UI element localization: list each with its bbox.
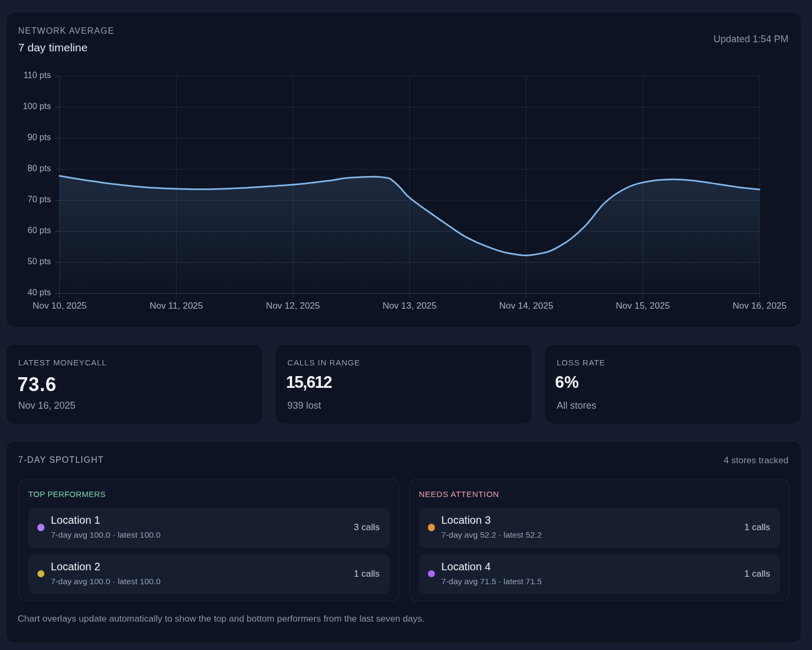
svg-text:80 pts: 80 pts [28, 164, 51, 173]
svg-text:110 pts: 110 pts [24, 71, 51, 80]
svg-text:Nov 14, 2025: Nov 14, 2025 [499, 301, 553, 311]
svg-text:Nov 16, 2025: Nov 16, 2025 [732, 301, 786, 311]
svg-text:60 pts: 60 pts [28, 226, 51, 235]
svg-text:90 pts: 90 pts [28, 133, 51, 142]
svg-text:70 pts: 70 pts [28, 195, 51, 204]
svg-text:Nov 10, 2025: Nov 10, 2025 [33, 301, 87, 311]
svg-text:Nov 12, 2025: Nov 12, 2025 [266, 301, 320, 311]
svg-text:50 pts: 50 pts [28, 257, 51, 266]
svg-text:Nov 11, 2025: Nov 11, 2025 [150, 301, 203, 311]
svg-text:Nov 15, 2025: Nov 15, 2025 [616, 301, 670, 311]
svg-text:40 pts: 40 pts [28, 288, 51, 297]
svg-text:100 pts: 100 pts [23, 102, 51, 111]
svg-text:Nov 13, 2025: Nov 13, 2025 [382, 301, 436, 311]
